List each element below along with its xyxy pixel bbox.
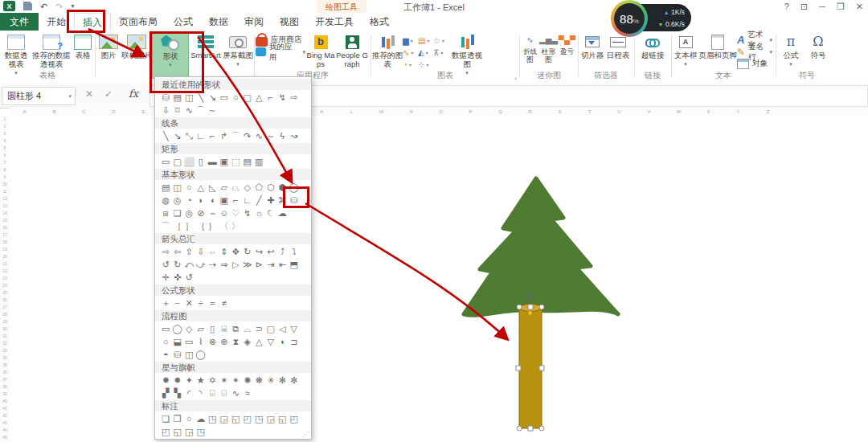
tab-6[interactable]: 视图 [272,13,307,31]
row-header[interactable]: 14 [0,210,10,217]
shape-icon[interactable]: ⇦ [172,245,184,258]
shape-icon[interactable]: ◎ [172,194,184,207]
shape-icon[interactable]: ↷ [242,129,254,142]
shape-icon[interactable]: ⇕ [219,245,231,258]
online-pictures-button[interactable]: 联机图片 [121,32,152,60]
people-graph-button[interactable]: People Graph [336,32,368,69]
shape-icon[interactable]: ◎ [183,207,195,219]
shape-icon[interactable]: ▱ [195,322,207,335]
shape-icon[interactable]: ◔ [183,194,195,207]
column-header[interactable]: X [694,108,723,116]
row-header[interactable]: 36 [0,369,10,376]
row-header[interactable]: 22 [0,268,10,275]
shape-icon[interactable]: ○ [230,91,242,104]
shape-icon[interactable]: ⧈ [160,207,172,219]
cancel-icon[interactable]: ✕ [85,88,93,100]
shape-icon[interactable]: ⧗ [230,335,242,348]
column-header[interactable]: Y [723,108,753,116]
shape-icon[interactable]: ⬜ [183,155,195,168]
column-header[interactable]: O [426,108,456,116]
shape-icon[interactable]: ❒ [172,412,184,425]
row-header[interactable]: 38 [0,383,10,391]
tab-file[interactable]: 文件 [0,13,39,31]
name-box-dropdown-icon[interactable]: ▾ [68,88,72,104]
row-header[interactable]: 30 [0,325,10,333]
shape-icon[interactable]: ◖ [207,194,219,207]
column-header[interactable]: T [575,108,604,116]
shape-icon[interactable]: ▬ [207,155,219,168]
shape-icon[interactable]: ［ [172,219,184,232]
shape-icon[interactable]: ⇧ [183,245,195,258]
shape-icon[interactable]: ｝ [207,219,219,232]
shape-icon[interactable]: ⌇ [195,335,207,348]
shape-icon[interactable]: △ [253,91,265,104]
shape-icon[interactable]: ○ [183,181,195,194]
shape-icon[interactable]: ◫ [183,91,195,104]
row-header[interactable]: 15 [0,217,10,224]
hyperlink-button[interactable]: 超链接 [636,32,669,60]
row-header[interactable]: 10 [0,181,10,188]
row-header[interactable]: 9 [0,174,10,181]
chart-bar-button[interactable]: ▤▾ [418,35,433,47]
chart-area-button[interactable]: ◭▾ [418,47,433,59]
column-header[interactable]: S [545,108,575,116]
charts-dialog-launcher-icon[interactable]: ⌟ [514,73,517,80]
sparkline-line-button[interactable]: ∿ 折线图 [521,32,539,64]
row-header[interactable]: 44 [0,427,10,434]
tab-7[interactable]: 开发工具 [307,13,362,31]
smartart-button[interactable]: SmartArt [189,32,223,60]
shape-icon[interactable]: ⬠ [253,181,265,194]
shape-icon[interactable]: ▢ [265,322,277,335]
object-button[interactable]: 对象 [737,59,772,69]
shape-icon[interactable]: ↝ [289,129,301,142]
shape-icon[interactable]: ⌐ [265,91,277,104]
shape-icon[interactable]: ～ [207,104,219,117]
shape-icon[interactable]: ⤵ [289,245,301,258]
shape-icon[interactable]: ↺ [160,258,172,271]
chart-line-button[interactable]: ∿▾ [403,47,418,59]
shape-icon[interactable]: ✹ [172,374,184,387]
shape-icon[interactable]: ▽ [289,322,301,335]
shape-icon[interactable]: ☁ [195,412,207,425]
shape-icon[interactable]: ❑ [160,412,172,425]
menu-resize-grip-icon[interactable]: ⋰ [302,431,309,438]
shape-icon[interactable]: ◫ [172,181,184,194]
shape-icon[interactable]: ＝ [207,297,219,309]
shape-icon[interactable]: ✡ [207,374,219,387]
shape-icon[interactable]: ✺ [242,374,254,387]
row-header[interactable]: 8 [0,166,10,174]
shape-icon[interactable]: ⇔ [207,245,219,258]
table-button[interactable]: 表格 [72,32,93,60]
shape-icon[interactable]: ⌻ [207,387,219,399]
shape-icon[interactable]: ≫ [242,258,254,271]
shape-icon[interactable]: ◰ [289,412,301,425]
shape-icon[interactable]: ⤻ [195,258,207,271]
shape-icon[interactable]: ▯ [195,155,207,168]
shape-icon[interactable]: ◯ [195,348,207,361]
shape-icon[interactable]: ◇ [183,322,195,335]
shape-icon[interactable]: ⌒ [230,129,242,142]
column-header[interactable]: L [337,108,366,116]
shape-icon[interactable]: 〉 [230,219,242,232]
shape-icon[interactable]: ↩ [265,245,277,258]
shape-icon[interactable]: ▯ [207,322,219,335]
shape-icon[interactable]: ◝ [195,387,207,399]
screenshot-button[interactable]: 屏幕截图 ▾ [223,32,253,68]
shape-icon[interactable]: ◱ [230,412,242,425]
shape-icon[interactable]: ◳ [253,412,265,425]
row-header[interactable]: 26 [0,297,10,304]
shape-icon[interactable]: ▢ [242,91,254,104]
shape-icon[interactable]: ⊐ [289,335,301,348]
shape-icon[interactable]: ☼ [253,207,265,219]
shape-icon[interactable]: ⇤ [276,258,289,271]
row-header[interactable]: 20 [0,253,10,260]
shape-icon[interactable]: ⊗ [207,335,219,348]
equation-button[interactable]: π 公式 ▾ [777,32,805,68]
row-header[interactable]: 6 [0,152,10,159]
shape-icon[interactable]: ⊳ [253,258,265,271]
shape-icon[interactable]: ⛁ [172,348,184,361]
shape-icon[interactable]: ◳ [195,425,207,438]
shape-icon[interactable]: ↘ [207,91,219,104]
column-header[interactable]: W [664,108,694,116]
shape-icon[interactable]: ⬚ [230,155,242,168]
